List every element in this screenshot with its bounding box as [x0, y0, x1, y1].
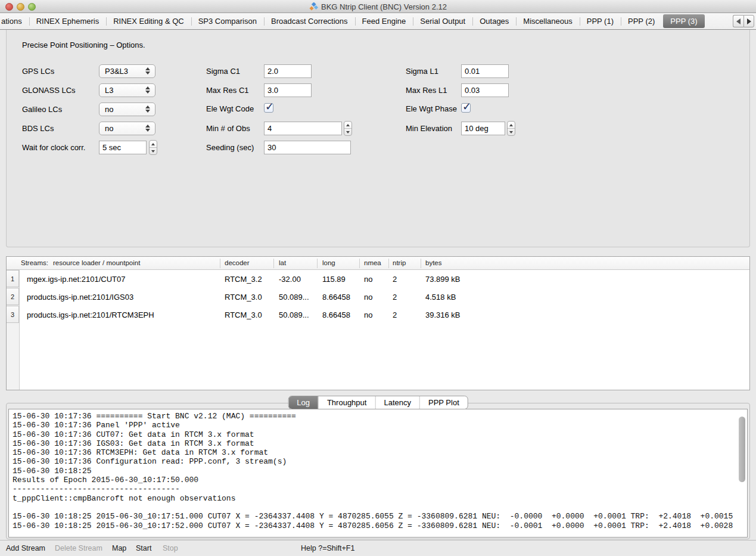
tab-ppp-3[interactable]: PPP (3)	[663, 14, 704, 28]
app-icon	[309, 2, 318, 11]
bds-lcs-label: BDS LCs	[22, 124, 54, 133]
tab-feed-engine[interactable]: Feed Engine	[355, 13, 413, 30]
wait-clock-input[interactable]	[99, 141, 147, 154]
ppp-options-panel: Precise Point Positioning – Options. GPS…	[6, 30, 750, 247]
combo-updown-icon	[145, 67, 150, 74]
combo-updown-icon	[145, 125, 150, 132]
bds-lcs-combo[interactable]: no	[99, 122, 155, 135]
tab-ppp-2[interactable]: PPP (2)	[621, 13, 662, 30]
galileo-lcs-combo[interactable]: no	[99, 102, 155, 116]
cell-ntrip: 2	[393, 275, 397, 284]
tab-miscellaneous[interactable]: Miscellaneous	[516, 13, 579, 30]
sigma-l1-input[interactable]	[461, 64, 509, 78]
ele-wgt-phase-checkbox[interactable]	[461, 103, 471, 113]
right-triangle-icon	[747, 18, 751, 24]
start-button[interactable]: Start	[136, 544, 151, 552]
tab-serial-output[interactable]: Serial Output	[413, 13, 472, 30]
cell-ntrip: 2	[393, 310, 397, 319]
max-res-c1-label: Max Res C1	[206, 86, 249, 95]
galileo-lcs-value: no	[105, 105, 113, 114]
seeding-input[interactable]	[264, 141, 351, 154]
cell-decoder: RTCM_3.2	[225, 275, 262, 284]
seeding-label: Seeding (sec)	[206, 143, 254, 152]
cell-bytes: 39.316 kB	[425, 310, 461, 319]
col-header-ntrip[interactable]: ntrip	[393, 259, 406, 266]
cell-lat: 50.089...	[279, 310, 309, 319]
streams-table: Streams: resource loader / mountpoint de…	[6, 256, 750, 390]
min-elevation-input[interactable]	[461, 122, 505, 135]
min-obs-input[interactable]	[264, 122, 342, 135]
panel-title: Precise Point Positioning – Options.	[22, 41, 145, 49]
stepper-up-icon[interactable]	[344, 122, 351, 129]
help-shortcut-label[interactable]: Help ?=Shift+F1	[301, 544, 354, 552]
min-elevation-stepper[interactable]	[507, 121, 515, 136]
cell-mountpoint: products.igs-ip.net:2101/RTCM3EPH	[27, 310, 154, 319]
log-scrollbar-thumb[interactable]	[739, 417, 745, 482]
stepper-up-icon[interactable]	[508, 122, 515, 129]
wait-clock-stepper[interactable]	[149, 140, 157, 155]
max-res-l1-label: Max Res L1	[406, 86, 447, 95]
table-row[interactable]: products.igs-ip.net:2101/IGS03 RTCM_3.0 …	[7, 288, 749, 306]
max-res-l1-input[interactable]	[461, 83, 509, 97]
col-header-decoder[interactable]: decoder	[225, 259, 250, 266]
col-header-mountpoint[interactable]: resource loader / mountpoint	[53, 259, 140, 266]
cell-lat: -32.00	[279, 275, 301, 284]
stepper-up-icon[interactable]	[150, 141, 157, 148]
col-header-bytes[interactable]: bytes	[425, 259, 442, 266]
tab-ppp-plot[interactable]: PPP Plot	[419, 396, 468, 409]
bds-lcs-value: no	[105, 124, 113, 133]
stepper-down-icon[interactable]	[150, 148, 157, 154]
tab-sp3-comparison[interactable]: SP3 Comparison	[191, 13, 264, 30]
cell-mountpoint: products.igs-ip.net:2101/IGS03	[27, 293, 133, 302]
gps-lcs-combo[interactable]: P3&L3	[99, 64, 155, 78]
stepper-down-icon[interactable]	[508, 129, 515, 135]
window-title: BKG Ntrip Client (BNC) Version 2.12	[321, 2, 447, 11]
table-row[interactable]: products.igs-ip.net:2101/RTCM3EPH RTCM_3…	[7, 306, 749, 324]
ele-wgt-code-label: Ele Wgt Code	[206, 104, 254, 113]
sigma-c1-label: Sigma C1	[206, 67, 240, 76]
tab-ppp-1[interactable]: PPP (1)	[580, 13, 621, 30]
tab-log[interactable]: Log	[288, 396, 318, 409]
tab-latency[interactable]: Latency	[375, 396, 419, 409]
gps-lcs-value: P3&L3	[105, 67, 128, 76]
streams-table-header: Streams: resource loader / mountpoint de…	[7, 257, 749, 270]
tab-rinex-ephemeris[interactable]: RINEX Ephemeris	[29, 13, 106, 30]
cell-bytes: 4.518 kB	[425, 293, 456, 302]
tab-scroll-right-button[interactable]	[743, 15, 754, 27]
tab-rinex-editing-qc[interactable]: RINEX Editing & QC	[106, 13, 191, 30]
tab-scroll-left-button[interactable]	[733, 15, 743, 27]
cell-nmea: no	[364, 293, 372, 302]
glonass-lcs-combo[interactable]: L3	[99, 83, 155, 97]
streams-header-title: Streams:	[21, 259, 48, 266]
min-elevation-label: Min Elevation	[406, 124, 452, 133]
cell-decoder: RTCM_3.0	[225, 293, 262, 302]
tab-broadcast-corrections[interactable]: Broadcast Corrections	[264, 13, 355, 30]
log-scrollbar[interactable]	[738, 411, 746, 536]
col-header-long[interactable]: long	[322, 259, 335, 266]
log-tab-bar: Log Throughput Latency PPP Plot	[288, 396, 468, 409]
tab-throughput[interactable]: Throughput	[318, 396, 375, 409]
max-res-c1-input[interactable]	[264, 83, 312, 97]
stop-button: Stop	[163, 544, 178, 552]
stepper-down-icon[interactable]	[344, 129, 351, 135]
col-header-nmea[interactable]: nmea	[364, 259, 381, 266]
tab-scroll-buttons	[733, 15, 754, 27]
map-button[interactable]: Map	[112, 544, 126, 552]
bnc-window: BKG Ntrip Client (BNC) Version 2.12 atio…	[0, 0, 756, 556]
col-header-lat[interactable]: lat	[279, 259, 286, 266]
tab-outages[interactable]: Outages	[472, 13, 516, 30]
sigma-c1-input[interactable]	[264, 64, 312, 78]
table-row[interactable]: mgex.igs-ip.net:2101/CUT07 RTCM_3.2 -32.…	[7, 270, 749, 288]
glonass-lcs-value: L3	[105, 86, 113, 95]
delete-stream-button: Delete Stream	[55, 544, 102, 552]
main-tab-bar: ations RINEX Ephemeris RINEX Editing & Q…	[0, 13, 756, 30]
ele-wgt-code-checkbox[interactable]	[264, 103, 273, 113]
cell-long: 8.66458	[322, 310, 350, 319]
galileo-lcs-label: Galileo LCs	[22, 105, 62, 114]
gps-lcs-label: GPS LCs	[22, 67, 54, 76]
add-stream-button[interactable]: Add Stream	[6, 544, 45, 552]
log-output[interactable]: 15-06-30 10:17:36 ========== Start BNC v…	[8, 409, 748, 538]
min-obs-stepper[interactable]	[344, 121, 352, 136]
sigma-l1-label: Sigma L1	[406, 67, 438, 76]
tab-observations[interactable]: ations	[0, 13, 29, 30]
